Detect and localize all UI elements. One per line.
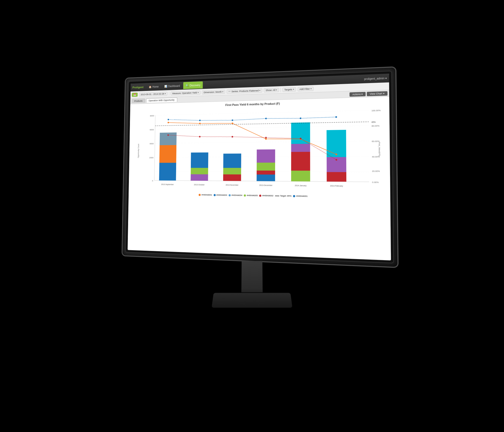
date-range-arrow: ▾ <box>165 92 166 95</box>
legend-label-2: #H004A003 <box>216 194 227 196</box>
y-axis-left-label: Opportunity Count <box>138 144 139 158</box>
svg-text:85%: 85% <box>372 121 376 123</box>
bar-sep-blue[interactable] <box>159 163 176 181</box>
monitor-bezel: Proligent 🏠 Home 📊 Dashboard 🔍 Discov <box>125 71 394 263</box>
nav-item-dashboard[interactable]: 📊 Dashboard <box>162 82 182 90</box>
legend-label-3: #H004A004 <box>232 194 242 197</box>
legend-target-line <box>275 196 279 196</box>
legend-label-1: #H004A001 <box>201 194 212 196</box>
svg-text:100.00%: 100.00% <box>371 109 381 112</box>
svg-text:2014-January: 2014-January <box>295 184 307 187</box>
svg-text:80.00%: 80.00% <box>372 125 380 127</box>
svg-line-2 <box>155 110 369 115</box>
date-icon-btn[interactable]: 📅 <box>132 92 138 97</box>
svg-text:2013-November: 2013-November <box>226 184 239 186</box>
app-logo: Proligent <box>132 86 143 89</box>
svg-text:8000: 8000 <box>150 115 154 117</box>
dot-blue-4 <box>265 118 267 119</box>
legend-item-1: #H004A001 <box>199 194 212 196</box>
dot-blue-2 <box>199 120 201 121</box>
toolbar-separator-1 <box>169 91 169 96</box>
view-chart-arrow: ▾ <box>383 92 385 95</box>
actions-button[interactable]: Actions ▾ <box>350 92 366 96</box>
nav-item-discovery[interactable]: 🔍 Discovery <box>183 81 203 89</box>
show-arrow: ▾ <box>276 89 277 91</box>
dot-orange-2 <box>199 123 201 124</box>
legend-color-2 <box>214 194 216 196</box>
dashboard-icon: 📊 <box>164 85 167 88</box>
series-arrow: ▾ <box>259 89 260 91</box>
legend-item-3: #H004A004 <box>229 194 242 197</box>
legend-color-1 <box>199 194 201 196</box>
measure-arrow: ▾ <box>198 91 199 94</box>
measure-label: Measure: Operation Yield <box>172 91 197 95</box>
legend-color-6 <box>293 195 295 197</box>
user-name: proligent_admin ▾ <box>364 76 387 80</box>
actions-area: Actions ▾ View Chart ▾ <box>350 91 388 97</box>
legend-item-5: #H004A002 <box>259 194 274 197</box>
svg-text:2013-September: 2013-September <box>161 183 174 186</box>
bar-jan-green[interactable] <box>291 171 310 181</box>
nav-home-label: Home <box>152 85 159 88</box>
screen: Proligent 🏠 Home 📊 Dashboard 🔍 Discov <box>128 74 391 260</box>
legend-item-target: Target: 85% <box>275 194 291 197</box>
tab-operation-label: Operation With Opportunity <box>149 99 175 102</box>
dimension-arrow: ▾ <box>222 91 223 93</box>
show-btn[interactable]: Show: All ▾ <box>264 88 279 92</box>
date-range-btn[interactable]: 2013-09-01 - 2014-02-28 ▾ <box>139 91 167 96</box>
dot-blue-6 <box>335 116 337 118</box>
dot-blue-3 <box>232 120 233 121</box>
add-filter-btn[interactable]: Add Filter ▾ <box>298 86 314 91</box>
view-chart-button[interactable]: View Chart ▾ <box>367 91 387 96</box>
target-line <box>155 122 369 126</box>
series-icon: 〰 <box>228 90 231 93</box>
monitor-stand-neck <box>241 261 262 292</box>
line-blue-dotted <box>168 116 336 121</box>
bar-nov-red[interactable] <box>223 174 241 181</box>
bar-oct-purple[interactable] <box>191 174 208 181</box>
show-label: Show: All <box>266 89 275 91</box>
nav-dashboard-label: Dashboard <box>168 84 180 88</box>
bar-jan-cyan[interactable] <box>291 122 310 144</box>
chart-svg: 8000 6000 4000 2000 0 100.00% 80.00% 60.… <box>142 104 387 193</box>
targets-arrow: ▾ <box>293 88 294 90</box>
user-menu[interactable]: proligent_admin ▾ <box>364 76 387 80</box>
legend-color-5 <box>259 194 261 197</box>
legend-target-label: Target: 85% <box>280 195 292 197</box>
dimension-label: Dimension: Month <box>204 90 222 94</box>
bar-dec-blue[interactable] <box>257 174 275 181</box>
dot-red-6 <box>335 159 337 161</box>
dot-orange-6 <box>335 153 337 155</box>
tab-operation[interactable]: Operation With Opportunity <box>146 97 177 103</box>
monitor: Proligent 🏠 Home 📊 Dashboard 🔍 Discov <box>122 66 398 268</box>
dot-red-4 <box>265 137 267 138</box>
bar-feb-red[interactable] <box>327 172 346 182</box>
dot-red-2 <box>199 136 201 137</box>
nav-discovery-label: Discovery <box>190 84 200 87</box>
targets-btn[interactable]: Targets ▾ <box>282 87 296 92</box>
dimension-btn[interactable]: Dimension: Month ▾ <box>202 90 225 94</box>
svg-line-0 <box>154 115 155 181</box>
svg-text:2000: 2000 <box>149 156 154 159</box>
date-range-label: 2013-09-01 - 2014-02-28 <box>141 92 164 96</box>
legend-color-3 <box>229 194 231 196</box>
discovery-icon: 🔍 <box>186 84 188 87</box>
measure-btn[interactable]: Measure: Operation Yield ▾ <box>171 90 200 95</box>
y-axis-right-label: First_Value(KPI) <box>379 142 381 156</box>
dot-red-3 <box>232 136 233 137</box>
legend-color-4 <box>244 194 246 196</box>
tab-products[interactable]: Products <box>132 99 145 103</box>
svg-text:4000: 4000 <box>149 142 154 145</box>
svg-text:2013-December: 2013-December <box>259 184 272 186</box>
series-label: Series: Products Flattened <box>232 89 259 92</box>
legend-label-6: #H004A001 <box>296 195 308 197</box>
legend-item-6: #H004A001 <box>293 195 308 197</box>
nav-item-home[interactable]: 🏠 Home <box>146 83 161 90</box>
bar-jan-red[interactable] <box>291 152 310 171</box>
dot-blue-1 <box>168 119 169 120</box>
series-btn[interactable]: 〰 Series: Products Flattened ▾ <box>227 88 262 94</box>
view-chart-label: View Chart <box>370 92 382 95</box>
add-filter-arrow: ▾ <box>311 88 312 90</box>
toolbar-separator-2 <box>281 87 281 92</box>
svg-text:2013-October: 2013-October <box>194 184 205 186</box>
